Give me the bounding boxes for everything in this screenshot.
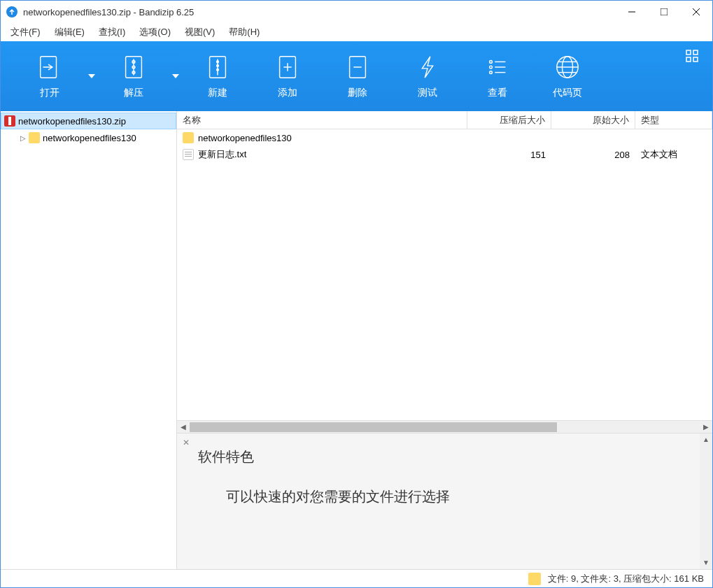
list-icon (484, 54, 511, 80)
open-button[interactable]: 打开 (15, 45, 85, 108)
minimize-button[interactable] (616, 1, 648, 23)
tree-child-label: networkopenedfiles130 (43, 133, 136, 143)
new-icon (204, 54, 231, 80)
folder-tree: networkopenedfiles130.zip ▷ networkopene… (1, 111, 177, 569)
scroll-right-icon[interactable]: ▶ (700, 423, 712, 431)
open-dropdown[interactable] (85, 74, 99, 78)
archive-badge-icon (528, 573, 541, 585)
menubar: 文件(F) 编辑(E) 查找(I) 选项(O) 视图(V) 帮助(H) (1, 23, 712, 41)
svg-point-22 (490, 66, 493, 69)
tree-child[interactable]: ▷ networkopenedfiles130 (1, 129, 176, 146)
window-title: networkopenedfiles130.zip - Bandizip 6.2… (23, 7, 616, 17)
close-button[interactable] (680, 1, 712, 23)
close-preview-button[interactable]: ✕ (183, 438, 190, 447)
col-original[interactable]: 原始大小 (551, 111, 635, 129)
svg-rect-31 (686, 50, 691, 55)
svg-point-12 (217, 61, 219, 63)
tree-root[interactable]: networkopenedfiles130.zip (1, 113, 176, 129)
app-icon (6, 6, 17, 17)
horizontal-scrollbar[interactable]: ◀ ▶ (177, 420, 712, 433)
delete-icon (344, 54, 371, 80)
main-area: networkopenedfiles130.zip ▷ networkopene… (1, 111, 712, 569)
svg-rect-33 (686, 57, 691, 62)
text-file-icon (183, 149, 194, 160)
file-list: networkopenedfiles130 更新日志.txt 151 208 文… (177, 129, 712, 420)
svg-rect-1 (661, 8, 668, 15)
statusbar: 文件: 9, 文件夹: 3, 压缩包大小: 161 KB (1, 569, 712, 587)
file-pane: 名称 压缩后大小 原始大小 类型 networkopenedfiles130 更… (177, 111, 712, 569)
col-type[interactable]: 类型 (635, 111, 712, 129)
preview-pane: ✕ 软件特色 可以快速的对您需要的文件进行选择 ▲ ▼ (177, 433, 712, 569)
globe-icon (554, 54, 581, 80)
col-compressed[interactable]: 压缩后大小 (467, 111, 551, 129)
scroll-left-icon[interactable]: ◀ (177, 423, 190, 431)
svg-point-24 (490, 71, 493, 74)
status-text: 文件: 9, 文件夹: 3, 压缩包大小: 161 KB (548, 573, 704, 585)
layout-grid-icon[interactable] (686, 50, 698, 65)
test-button[interactable]: 测试 (393, 45, 463, 108)
menu-options[interactable]: 选项(O) (136, 24, 174, 40)
list-item[interactable]: 更新日志.txt 151 208 文本文档 (177, 146, 712, 163)
new-button[interactable]: 新建 (183, 45, 253, 108)
toolbar: 打开 解压 新建 添加 删除 测试 查看 代码页 (1, 41, 712, 111)
archive-icon (4, 115, 15, 127)
add-button[interactable]: 添加 (253, 45, 323, 108)
col-name[interactable]: 名称 (177, 111, 467, 129)
menu-view[interactable]: 视图(V) (182, 24, 218, 40)
scroll-up-icon[interactable]: ▲ (700, 433, 712, 446)
preview-text: 可以快速的对您需要的文件进行选择 (226, 487, 691, 506)
titlebar: networkopenedfiles130.zip - Bandizip 6.2… (1, 1, 712, 23)
delete-button[interactable]: 删除 (323, 45, 393, 108)
folder-icon (29, 132, 40, 143)
extract-dropdown[interactable] (169, 74, 183, 78)
window-controls (616, 1, 712, 23)
preview-title: 软件特色 (198, 447, 691, 466)
maximize-button[interactable] (648, 1, 680, 23)
vertical-scrollbar[interactable]: ▲ ▼ (700, 433, 712, 569)
tree-root-label: networkopenedfiles130.zip (18, 116, 126, 127)
menu-file[interactable]: 文件(F) (8, 24, 43, 40)
test-icon (414, 54, 441, 80)
look-button[interactable]: 查看 (463, 45, 532, 108)
extract-button[interactable]: 解压 (99, 45, 169, 108)
scroll-thumb[interactable] (190, 422, 557, 432)
menu-help[interactable]: 帮助(H) (226, 24, 262, 40)
svg-point-13 (217, 65, 219, 67)
add-icon (274, 54, 301, 80)
menu-find[interactable]: 查找(I) (96, 24, 128, 40)
folder-icon (183, 132, 194, 143)
svg-rect-32 (693, 50, 698, 55)
column-headers: 名称 压缩后大小 原始大小 类型 (177, 111, 712, 129)
scroll-down-icon[interactable]: ▼ (700, 557, 712, 569)
svg-point-20 (490, 61, 493, 64)
extract-icon (120, 54, 147, 80)
list-item[interactable]: networkopenedfiles130 (177, 129, 712, 146)
expander-icon[interactable]: ▷ (17, 134, 29, 142)
svg-rect-34 (693, 57, 698, 62)
menu-edit[interactable]: 编辑(E) (52, 24, 87, 40)
svg-point-14 (217, 69, 219, 71)
open-icon (36, 54, 63, 80)
codepage-button[interactable]: 代码页 (532, 45, 602, 108)
